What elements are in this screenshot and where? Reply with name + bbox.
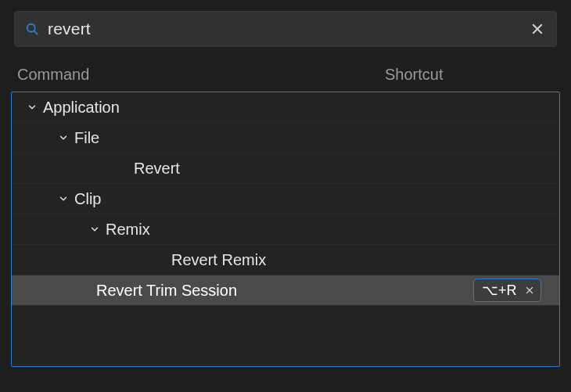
tree-label: Application <box>43 99 398 117</box>
command-tree[interactable]: Application File Revert Clip <box>11 92 560 367</box>
header-shortcut[interactable]: Shortcut <box>385 66 557 84</box>
search-icon <box>24 21 40 37</box>
shortcut-text: ⌥+R <box>482 282 517 299</box>
tree-item-revert[interactable]: Revert <box>12 153 559 184</box>
search-container <box>0 0 571 52</box>
chevron-down-icon[interactable] <box>52 132 74 143</box>
tree-group-remix[interactable]: Remix <box>12 214 559 245</box>
tree-label: Clip <box>74 190 429 208</box>
svg-line-1 <box>34 31 38 34</box>
clear-search-button[interactable] <box>528 20 547 38</box>
shortcut-chip[interactable]: ⌥+R <box>473 279 541 302</box>
tree-label: Revert Trim Session <box>96 282 473 300</box>
search-box[interactable] <box>14 11 557 47</box>
chevron-down-icon[interactable] <box>21 102 43 113</box>
tree-group-clip[interactable]: Clip <box>12 184 559 214</box>
chevron-down-icon[interactable] <box>52 193 74 204</box>
tree-label: Remix <box>106 221 461 239</box>
search-input[interactable] <box>40 20 528 38</box>
tree-label: Revert <box>134 160 511 178</box>
header-command[interactable]: Command <box>17 66 385 84</box>
tree-group-file[interactable]: File <box>12 123 559 153</box>
chevron-down-icon[interactable] <box>84 224 106 235</box>
tree-item-revert-remix[interactable]: Revert Remix <box>12 245 559 275</box>
remove-shortcut-button[interactable] <box>525 286 534 295</box>
column-headers: Command Shortcut <box>0 52 571 92</box>
tree-item-revert-trim-session[interactable]: Revert Trim Session ⌥+R <box>12 275 559 306</box>
tree-label: File <box>74 129 429 147</box>
tree-group-application[interactable]: Application <box>12 92 559 123</box>
tree-label: Revert Remix <box>171 251 548 269</box>
